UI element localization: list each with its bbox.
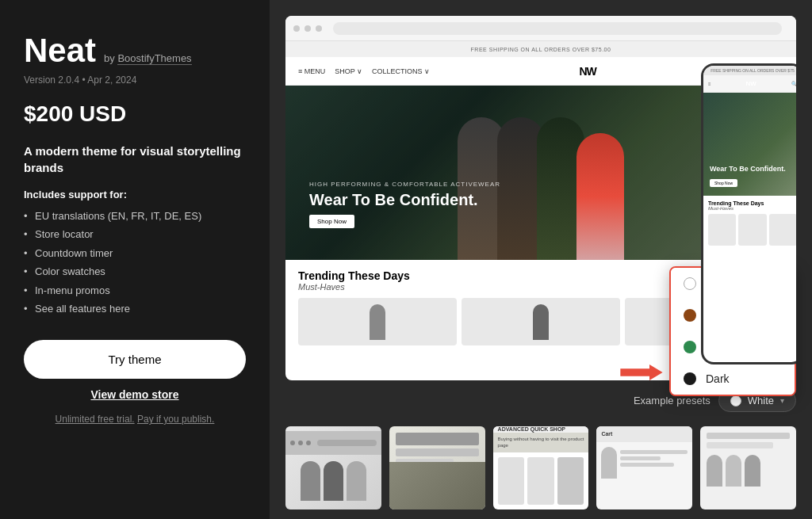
browser-dot-3 [316,25,322,32]
list-item: See all features here [24,300,246,318]
mobile-trending-subtitle: Must-Haves [708,206,796,211]
product-card-1 [298,298,457,345]
preset-color-green [684,341,696,353]
thumbnail-3: ADVANCED QUICK SHOP Buying without havin… [493,426,589,509]
hero-person-4 [576,133,624,260]
store-logo: NW [579,65,596,78]
thumb1-figure-3 [347,461,366,501]
thumb1-figure-1 [301,461,320,501]
mobile-shipping-bar: FREE SHIPPING ON ALL ORDERS OVER $75 [703,66,796,75]
svg-marker-0 [620,364,662,380]
thumb2-header [396,433,479,445]
product-figure-1 [370,304,385,340]
mobile-product-card-1 [708,214,736,246]
thumb4-content [596,442,692,486]
right-panel: FREE SHIPPING ON ALL ORDERS OVER $75.00 … [270,0,812,519]
thumb1-figure-2 [324,461,343,501]
browser-dot-1 [293,25,300,32]
hero-text: HIGH PERFORMING & COMFORTABLE ACTIVEWEAR… [309,181,500,228]
mobile-shop-btn: Shop Now [710,179,737,187]
shipping-bar: FREE SHIPPING ON ALL ORDERS OVER $75.00 [285,41,796,57]
view-demo-button[interactable]: View demo store [24,388,246,401]
mobile-hero-text: Wear To Be Confident. Shop Now [710,165,786,188]
presets-selected-value: White [748,395,774,406]
thumb3-subtitle: Buying without having to visit the produ… [493,433,589,452]
thumb5-line-1 [707,433,790,439]
thumbnail-4: Cart [596,426,692,509]
mobile-trending-title: Trending These Days [708,200,796,206]
preset-color-dark [684,372,696,385]
mobile-header: ≡ NW 🔍 [703,75,796,93]
thumb2-image [389,462,485,509]
mobile-product-card-3 [769,214,796,246]
thumb1-dot-1 [290,441,295,445]
thumb4-figure [601,447,617,479]
hero-shop-btn: Shop Now [309,215,354,228]
mobile-logo: NW [746,80,756,87]
thumb4-line-3 [620,463,674,467]
list-item: EU translations (EN, FR, IT, DE, ES) [24,207,246,225]
preset-color-white [684,277,696,290]
thumb5-line-2 [707,442,773,448]
thumb4-title: Cart [601,431,612,437]
thumb3-title: ADVANCED QUICK SHOP [498,426,565,432]
red-arrow-icon [618,364,665,380]
nav-shop: SHOP ∨ [335,67,362,75]
mobile-trending: Trending These Days Must-Haves [703,196,796,250]
product-card-2 [462,298,620,345]
list-item: In-menu promos [24,281,246,300]
theme-price: $200 USD [24,101,246,127]
thumbnail-1 [285,426,381,509]
hero-title: Wear To Be Confident. [309,191,500,208]
thumbnail-5 [700,426,796,509]
thumb4-header: Cart [596,426,692,442]
product-figure-2 [533,304,549,340]
thumb3-header: ADVANCED QUICK SHOP [493,426,589,433]
mobile-product-grid [708,214,796,246]
thumb5-figures [707,455,790,487]
thumb1-url-bar [317,440,377,446]
mobile-hero: Wear To Be Confident. Shop Now [703,93,796,196]
try-theme-button[interactable]: Try theme [24,340,246,379]
store-nav: ≡ MENU SHOP ∨ COLLECTIONS ∨ [298,67,430,75]
theme-tagline: A modern theme for visual storytelling b… [24,143,246,176]
thumb1-dot-3 [306,441,311,445]
left-panel: Neat by BoostifyThemes Version 2.0.4 • A… [0,0,270,519]
mobile-hero-title: Wear To Be Confident. [710,165,786,174]
browser-bar [285,16,796,41]
thumbnail-2 [389,426,485,509]
thumb5-fig-1 [707,455,722,487]
preset-label-dark: Dark [706,372,730,385]
thumb5-fig-2 [726,455,741,487]
hero-subtitle: HIGH PERFORMING & COMFORTABLE ACTIVEWEAR [309,181,500,188]
thumb3-product-3 [557,457,584,505]
list-item: Countdown timer [24,244,246,262]
browser-url-bar [333,22,782,35]
theme-preview: FREE SHIPPING ON ALL ORDERS OVER $75.00 … [285,16,796,380]
bottom-thumbnails: ADVANCED QUICK SHOP Buying without havin… [270,416,812,519]
dropdown-item-dark[interactable]: Dark [671,363,795,395]
theme-name: Neat [24,32,96,70]
thumb4-text [620,447,688,479]
thumb3-products [493,452,589,509]
thumb4-row-1 [601,447,688,479]
presets-label: Example presets [634,395,710,406]
theme-title-row: Neat by BoostifyThemes [24,32,246,70]
mobile-inner: FREE SHIPPING ON ALL ORDERS OVER $75 ≡ N… [703,66,796,362]
thumb3-product-1 [498,457,525,505]
list-item: Store locator [24,225,246,243]
nav-collections: COLLECTIONS ∨ [372,67,430,75]
browser-dot-2 [304,25,311,32]
mobile-preview: FREE SHIPPING ON ALL ORDERS OVER $75 ≡ N… [701,63,796,364]
thumb1-dot-2 [298,441,303,445]
thumb2-body-1 [396,448,479,456]
chevron-down-icon: ▾ [780,396,784,405]
free-trial-text: Unlimited free trial. Pay if you publish… [24,414,246,425]
list-item: Color swatches [24,262,246,280]
theme-version: Version 2.0.4 • Apr 2, 2024 [24,74,246,86]
theme-author: by BoostifyThemes [104,52,192,64]
thumb4-line-1 [620,450,688,454]
preset-color-brown [684,309,696,322]
includes-label: Includes support for: [24,189,246,200]
thumb3-product-2 [527,457,554,505]
